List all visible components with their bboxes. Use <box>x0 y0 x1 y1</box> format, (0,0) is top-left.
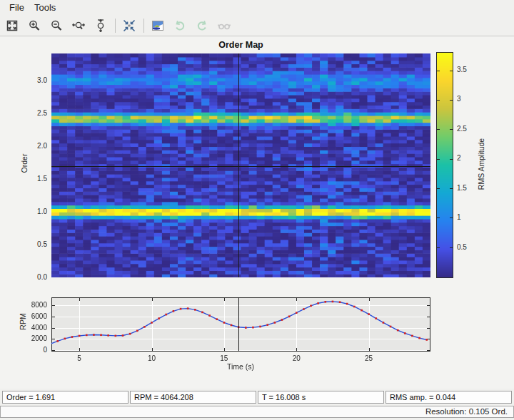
time-axis-label: Time (s) <box>205 362 276 371</box>
tick-label: 20 <box>286 354 307 362</box>
tick-label: 1.0 <box>20 208 47 215</box>
order-map-heatmap[interactable] <box>51 53 430 277</box>
tick-label: 4000 <box>19 324 47 332</box>
crosshair-horizontal-line[interactable] <box>51 166 430 167</box>
zoom-in-icon[interactable] <box>25 17 44 34</box>
tick-label: 0 <box>19 346 47 354</box>
resolution-bar: Resolution: 0.105 Ord. <box>0 406 514 418</box>
menu-file[interactable]: File <box>6 1 28 14</box>
menu-tools[interactable]: Tools <box>31 1 59 14</box>
toolbar-separator <box>143 19 144 33</box>
tick-label: 25 <box>358 354 380 362</box>
colormap-surface-icon[interactable] <box>148 17 167 34</box>
tick-label: 1 <box>457 213 478 221</box>
tick-label: 1.5 <box>20 175 47 183</box>
tick-label: 15 <box>213 354 235 362</box>
redo-icon <box>193 17 211 34</box>
restore-view-icon[interactable] <box>120 17 138 34</box>
status-order: Order = 1.691 <box>2 391 128 404</box>
tick-label: 6000 <box>19 312 47 320</box>
rpm-axis-label: RPM <box>19 304 27 339</box>
menu-bar: File Tools <box>0 0 514 15</box>
rpm-plot[interactable] <box>51 297 430 352</box>
status-time: T = 16.008 s <box>258 391 384 404</box>
figure-canvas: Order Map Order RMS Amplitude RPM Time (… <box>0 36 514 389</box>
rpm-crosshair-vertical-line[interactable] <box>238 297 239 352</box>
tick-label: 10 <box>141 354 163 362</box>
tick-label: 0.5 <box>20 240 47 248</box>
tick-label: 2.0 <box>20 142 47 150</box>
tick-label: 1.5 <box>457 184 478 192</box>
colorbar-label: RMS Amplitude <box>477 132 487 196</box>
resolution-text: Resolution: 0.105 Ord. <box>425 407 508 416</box>
toolbar-separator <box>115 19 116 33</box>
figure-window: File Tools <box>0 0 514 420</box>
toolbar <box>0 15 514 36</box>
undo-icon <box>171 17 189 34</box>
zoom-out-icon[interactable] <box>47 17 66 34</box>
tick-label: 2 <box>457 154 478 162</box>
tick-label: 5 <box>69 354 90 362</box>
status-rms: RMS amp. = 0.044 <box>386 391 512 404</box>
tick-label: 3.5 <box>457 66 478 73</box>
tick-label: 3.0 <box>20 76 47 84</box>
status-bar: Order = 1.691 RPM = 4064.208 T = 16.008 … <box>2 391 512 404</box>
zoom-in-y-icon[interactable] <box>91 17 110 34</box>
crosshair-vertical-line[interactable] <box>238 53 239 277</box>
plot-title: Order Map <box>51 40 430 50</box>
colorbar[interactable] <box>436 52 453 278</box>
zoom-in-x-icon[interactable] <box>69 17 88 34</box>
fit-to-window-icon[interactable] <box>3 17 21 34</box>
hide-annotations-icon <box>215 17 233 34</box>
tick-label: 8000 <box>19 301 47 309</box>
tick-label: 0.0 <box>20 273 47 281</box>
tick-label: 2.5 <box>457 125 478 133</box>
tick-label: 0.5 <box>457 243 478 251</box>
tick-label: 3 <box>457 95 478 103</box>
tick-label: 2000 <box>19 334 47 342</box>
status-rpm: RPM = 4064.208 <box>130 391 256 404</box>
tick-label: 2.5 <box>20 109 47 117</box>
